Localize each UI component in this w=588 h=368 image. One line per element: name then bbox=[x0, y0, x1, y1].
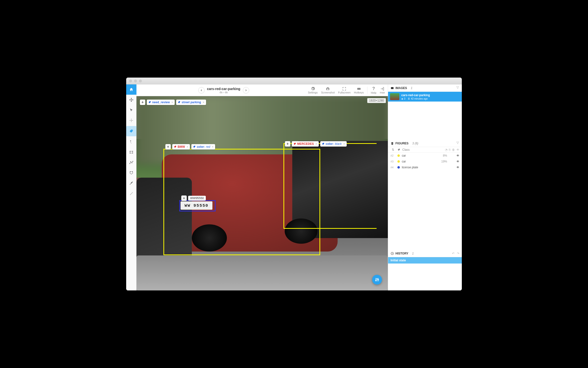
svg-point-9 bbox=[130, 153, 130, 153]
tag-icon bbox=[397, 148, 400, 151]
link-icon[interactable]: ⎘ bbox=[449, 148, 451, 151]
tag-bmw[interactable]: BMW× bbox=[172, 144, 190, 150]
svg-point-14 bbox=[132, 161, 133, 161]
svg-point-0 bbox=[131, 120, 132, 121]
svg-point-12 bbox=[130, 161, 131, 162]
eye-icon[interactable]: 👁 bbox=[456, 166, 459, 169]
figure-row[interactable]: #3car19%👁 bbox=[388, 159, 462, 164]
svg-point-7 bbox=[130, 151, 130, 151]
user-logout[interactable]: max bbox=[380, 87, 385, 94]
fullscreen-button[interactable]: Fullscreen bbox=[338, 87, 351, 94]
add-bbox-tag[interactable]: + bbox=[181, 196, 187, 201]
plate-text[interactable]: WW95550 bbox=[188, 196, 206, 201]
traffic-light-max[interactable] bbox=[139, 80, 142, 82]
history-panel-head[interactable]: HISTORY 1 ↶ ↷ bbox=[388, 250, 462, 257]
class-header: Class bbox=[402, 148, 410, 151]
traffic-light-close[interactable] bbox=[129, 80, 132, 82]
image-tags-row: + need_review× street parking× bbox=[140, 100, 206, 105]
remove-tag-icon[interactable]: × bbox=[315, 142, 317, 146]
svg-point-8 bbox=[132, 151, 133, 151]
history-item[interactable]: Initial state bbox=[388, 257, 462, 264]
left-toolbar bbox=[126, 84, 136, 290]
next-button[interactable] bbox=[243, 87, 249, 93]
redo-icon[interactable]: ↷ bbox=[457, 252, 459, 255]
image-thumb bbox=[390, 93, 399, 100]
trash-icon[interactable]: 🗑 bbox=[452, 148, 455, 151]
add-bbox-tag[interactable]: + bbox=[165, 144, 171, 150]
figure-row[interactable]: #4license plate👁 bbox=[388, 164, 462, 170]
layers-icon bbox=[391, 142, 394, 145]
images-panel-head[interactable]: IMAGES 1 bbox=[388, 84, 462, 92]
image-list-item[interactable]: cars-red-car-parking ◈ 3 🗓 42 minutes ag… bbox=[388, 92, 462, 102]
svg-point-16 bbox=[132, 171, 133, 172]
traffic-light-min[interactable] bbox=[134, 80, 137, 82]
home-button[interactable] bbox=[126, 84, 136, 95]
svg-point-3 bbox=[130, 120, 130, 121]
svg-point-13 bbox=[132, 162, 132, 163]
figures-panel-head[interactable]: FIGURES 3 (6) bbox=[388, 140, 462, 147]
canvas[interactable]: WW 95550 1920×1280 + need_review× street… bbox=[136, 96, 388, 290]
tag-color-red[interactable]: color: red× bbox=[191, 144, 215, 150]
tag-need-review[interactable]: need_review× bbox=[147, 100, 175, 105]
remove-tag-icon[interactable]: × bbox=[212, 145, 214, 149]
figures-header-row: ⇅ Class ◔ ⎘ 🗑 👁 bbox=[388, 147, 462, 153]
tag-color-black[interactable]: color: black× bbox=[320, 141, 347, 147]
bbox-mercedes[interactable] bbox=[283, 143, 377, 229]
svg-rect-18 bbox=[391, 87, 394, 89]
topbar: cars-red-car-parking ds › ds Settings Sc… bbox=[136, 84, 388, 96]
tag-tool[interactable] bbox=[126, 126, 136, 136]
breadcrumb[interactable]: ds › ds bbox=[207, 91, 240, 94]
hotkeys-button[interactable]: Hotkeys bbox=[354, 87, 364, 94]
prev-button[interactable] bbox=[198, 87, 205, 93]
bbox-mercedes-tags: + MERCEDES× color: black× bbox=[285, 141, 347, 147]
polygon-tool[interactable] bbox=[126, 168, 136, 178]
polyline-tool[interactable] bbox=[126, 157, 136, 168]
brush-tool[interactable] bbox=[126, 178, 136, 188]
sort-icon[interactable]: ⇅ bbox=[391, 148, 395, 151]
adjust-fab[interactable] bbox=[372, 275, 382, 285]
svg-point-5 bbox=[130, 140, 131, 141]
svg-rect-17 bbox=[357, 88, 361, 90]
point-tool[interactable] bbox=[126, 137, 136, 147]
remove-tag-icon[interactable]: × bbox=[171, 100, 173, 104]
time-icon: 🗓 42 minutes ago bbox=[408, 97, 428, 100]
help-button[interactable]: ?Help bbox=[371, 86, 377, 94]
area-icon[interactable]: ◔ bbox=[445, 148, 447, 151]
mac-titlebar bbox=[126, 78, 462, 84]
image-title: cars-red-car-parking bbox=[207, 87, 240, 91]
tag-street-parking[interactable]: street parking× bbox=[176, 100, 206, 105]
eye-icon[interactable]: 👁 bbox=[456, 160, 459, 163]
history-icon bbox=[391, 252, 394, 255]
remove-tag-icon[interactable]: × bbox=[343, 142, 345, 146]
figure-row[interactable]: #2car8%👁 bbox=[388, 153, 462, 159]
bbox-plate[interactable] bbox=[179, 200, 216, 211]
screenshot-button[interactable]: Screenshot bbox=[321, 87, 335, 94]
settings-button[interactable]: Settings bbox=[308, 87, 318, 94]
svg-point-4 bbox=[132, 120, 133, 121]
add-bbox-tag[interactable]: + bbox=[285, 141, 290, 147]
images-icon bbox=[391, 86, 394, 90]
svg-point-15 bbox=[130, 171, 130, 172]
image-item-name: cars-red-car-parking bbox=[401, 93, 430, 97]
filter-icon[interactable] bbox=[456, 141, 459, 145]
bbox-bmw-tags: + BMW× color: red× bbox=[165, 144, 215, 150]
cursor-tool[interactable] bbox=[126, 105, 136, 115]
svg-rect-6 bbox=[130, 151, 133, 153]
layers-icon: ◈ 3 bbox=[401, 97, 405, 100]
rect-tool[interactable] bbox=[126, 147, 136, 157]
add-image-tag[interactable]: + bbox=[140, 100, 145, 105]
remove-tag-icon[interactable]: × bbox=[186, 145, 188, 149]
right-panel: IMAGES 1 cars-red-car-parking ◈ 3 🗓 42 m… bbox=[388, 84, 462, 290]
eye-icon[interactable]: 👁 bbox=[456, 148, 459, 151]
magic-tool[interactable] bbox=[126, 188, 136, 198]
filter-icon[interactable] bbox=[456, 86, 459, 90]
dimensions-badge: 1920×1280 bbox=[367, 98, 386, 103]
move-tool[interactable] bbox=[126, 95, 136, 105]
undo-icon[interactable]: ↶ bbox=[452, 252, 454, 255]
tag-mercedes[interactable]: MERCEDES× bbox=[292, 141, 319, 147]
drag-tool[interactable] bbox=[126, 115, 136, 126]
remove-tag-icon[interactable]: × bbox=[203, 100, 205, 104]
eye-icon[interactable]: 👁 bbox=[456, 154, 459, 157]
svg-point-10 bbox=[132, 153, 133, 153]
svg-point-2 bbox=[131, 121, 131, 122]
